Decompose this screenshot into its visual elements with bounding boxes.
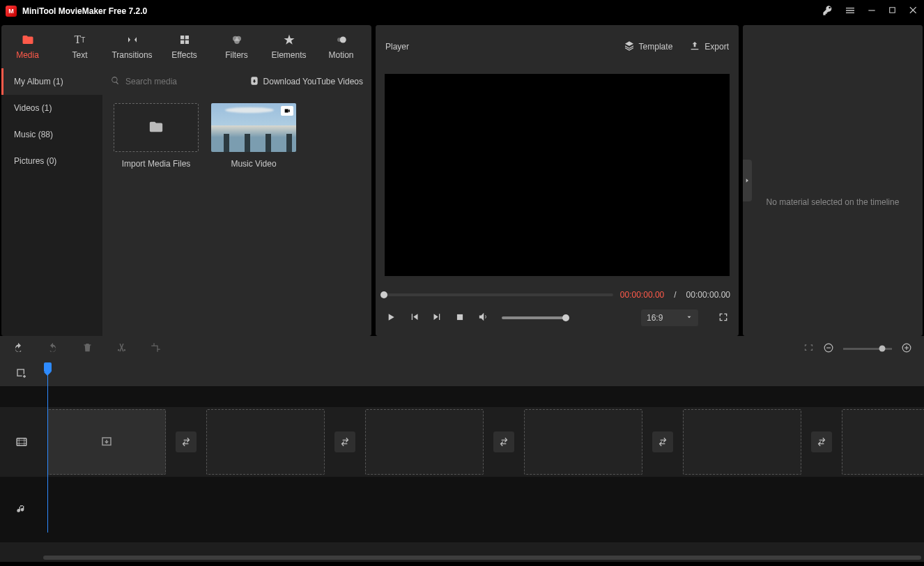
- svg-rect-10: [906, 346, 907, 350]
- aspect-ratio-value: 16:9: [647, 313, 663, 323]
- play-icon[interactable]: [385, 312, 396, 325]
- activate-key-icon[interactable]: [822, 5, 833, 18]
- effects-icon: [178, 33, 191, 46]
- search-input[interactable]: [125, 77, 230, 86]
- svg-rect-5: [457, 314, 463, 319]
- close-icon[interactable]: [908, 5, 918, 17]
- download-youtube-label: Download YouTube Videos: [263, 77, 363, 86]
- template-label: Template: [639, 42, 673, 52]
- zoom-out-icon[interactable]: [824, 343, 833, 355]
- video-slot[interactable]: [365, 409, 484, 475]
- video-slot[interactable]: [47, 409, 166, 475]
- prev-frame-icon[interactable]: [409, 312, 419, 324]
- redo-icon[interactable]: [47, 342, 59, 355]
- fit-timeline-icon[interactable]: [803, 342, 814, 355]
- tab-filters-label: Filters: [225, 50, 248, 60]
- fullscreen-icon[interactable]: [718, 312, 729, 325]
- svg-rect-7: [826, 347, 831, 348]
- properties-empty-message: No material selected on the timeline: [767, 197, 900, 207]
- import-media-label: Import Media Files: [122, 159, 191, 169]
- volume-slider[interactable]: [502, 316, 566, 319]
- time-separator: /: [674, 290, 676, 300]
- filters-icon: [231, 33, 243, 46]
- template-button[interactable]: Template: [624, 40, 673, 54]
- minimize-icon[interactable]: [867, 6, 877, 17]
- seek-slider[interactable]: [384, 293, 613, 296]
- video-track-icon: [0, 407, 43, 477]
- undo-icon[interactable]: [13, 342, 24, 355]
- tab-motion[interactable]: Motion: [315, 25, 367, 68]
- media-panel: Media TT Text Transitions Effects Filter…: [1, 25, 371, 336]
- tab-elements-label: Elements: [271, 50, 306, 60]
- sidebar-item-pictures[interactable]: Pictures (0): [1, 148, 102, 174]
- stop-icon[interactable]: [455, 312, 465, 324]
- tab-transitions[interactable]: Transitions: [106, 25, 158, 68]
- svg-point-2: [234, 39, 240, 45]
- tab-text-label: Text: [72, 50, 87, 60]
- download-youtube-link[interactable]: Download YouTube Videos: [249, 76, 363, 88]
- sidebar-item-label: My Album (1): [14, 77, 63, 86]
- text-track[interactable]: [43, 386, 924, 407]
- panel-collapse-toggle[interactable]: [743, 160, 752, 201]
- transition-slot-icon[interactable]: [652, 431, 673, 452]
- export-icon: [689, 40, 700, 54]
- next-frame-icon[interactable]: [432, 312, 442, 324]
- media-clip-thumbnail[interactable]: [211, 103, 296, 152]
- transition-slot-icon[interactable]: [176, 431, 197, 452]
- download-icon: [249, 76, 259, 88]
- elements-icon: [283, 33, 295, 46]
- transition-slot-icon[interactable]: [811, 431, 832, 452]
- video-badge-icon: [281, 106, 293, 116]
- sidebar-item-label: Videos (1): [14, 103, 52, 113]
- sidebar-item-videos[interactable]: Videos (1): [1, 95, 102, 121]
- current-time: 00:00:00.00: [620, 290, 664, 300]
- transitions-icon: [126, 33, 139, 46]
- transition-slot-icon[interactable]: [334, 431, 355, 452]
- folder-icon: [148, 119, 164, 137]
- export-button[interactable]: Export: [689, 40, 729, 54]
- zoom-slider[interactable]: [843, 348, 892, 350]
- sidebar-item-album[interactable]: My Album (1): [1, 68, 102, 95]
- cut-icon[interactable]: [116, 342, 127, 355]
- video-slot[interactable]: [206, 409, 325, 475]
- tab-filters[interactable]: Filters: [210, 25, 263, 68]
- tab-elements[interactable]: Elements: [263, 25, 315, 68]
- crop-icon[interactable]: [151, 342, 161, 355]
- import-media-button[interactable]: [114, 103, 199, 152]
- timeline-scrollbar[interactable]: [0, 553, 924, 562]
- audio-track[interactable]: [43, 477, 924, 542]
- video-preview[interactable]: [385, 74, 730, 276]
- add-track-icon[interactable]: [0, 361, 43, 386]
- folder-icon: [22, 33, 34, 46]
- volume-icon[interactable]: [477, 311, 489, 325]
- video-track[interactable]: [43, 407, 924, 477]
- video-slot[interactable]: [524, 409, 642, 475]
- delete-icon[interactable]: [82, 342, 93, 355]
- text-icon: TT: [74, 33, 86, 46]
- tab-media-label: Media: [16, 50, 39, 60]
- tab-transitions-label: Transitions: [111, 50, 152, 60]
- aspect-ratio-select[interactable]: 16:9: [641, 309, 698, 326]
- video-slot[interactable]: [842, 409, 924, 475]
- tab-media[interactable]: Media: [1, 25, 54, 68]
- zoom-in-icon[interactable]: [902, 343, 911, 355]
- search-icon: [111, 76, 120, 87]
- sidebar-item-music[interactable]: Music (88): [1, 121, 102, 148]
- video-slot[interactable]: [683, 409, 801, 475]
- export-label: Export: [704, 42, 729, 52]
- media-clip-label: Music Video: [231, 159, 276, 169]
- menu-icon[interactable]: [845, 5, 856, 18]
- main-tabs: Media TT Text Transitions Effects Filter…: [1, 25, 371, 68]
- player-panel: Player Template Export 00:00:00.00 / 00:…: [376, 25, 739, 336]
- sidebar-item-label: Pictures (0): [14, 156, 56, 166]
- maximize-icon[interactable]: [888, 6, 897, 17]
- app-logo-icon: M: [6, 6, 17, 17]
- tab-text[interactable]: TT Text: [54, 25, 106, 68]
- timeline: [0, 336, 924, 562]
- tab-effects-label: Effects: [171, 50, 197, 60]
- tab-effects[interactable]: Effects: [158, 25, 210, 68]
- player-title: Player: [385, 42, 409, 52]
- transition-slot-icon[interactable]: [493, 431, 514, 452]
- timeline-ruler[interactable]: [43, 361, 924, 386]
- sidebar-item-label: Music (88): [14, 130, 53, 139]
